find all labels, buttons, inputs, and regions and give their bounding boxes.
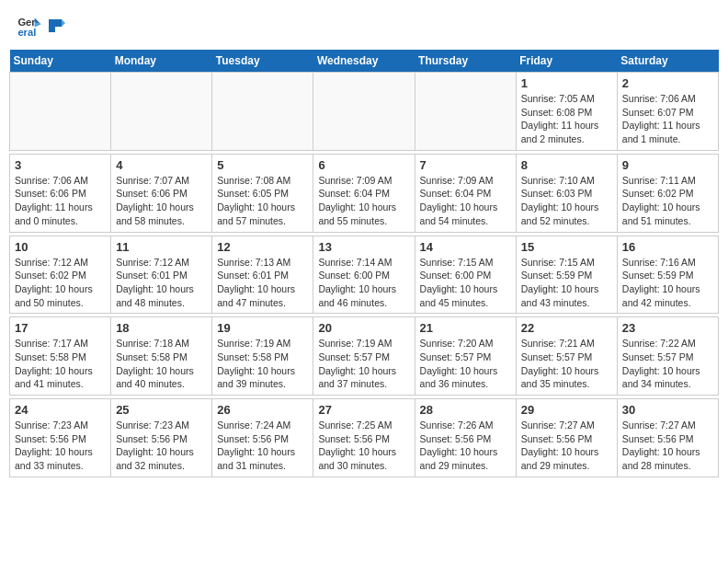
day-number: 13 bbox=[318, 240, 409, 254]
day-info: Sunrise: 7:25 AM Sunset: 5:56 PM Dayligh… bbox=[318, 419, 409, 473]
day-number: 27 bbox=[318, 403, 409, 417]
day-number: 3 bbox=[15, 158, 106, 172]
day-info: Sunrise: 7:10 AM Sunset: 6:03 PM Dayligh… bbox=[521, 174, 612, 228]
calendar-cell: 25Sunrise: 7:23 AM Sunset: 5:56 PM Dayli… bbox=[111, 399, 212, 477]
calendar-cell: 19Sunrise: 7:19 AM Sunset: 5:58 PM Dayli… bbox=[212, 317, 313, 396]
weekday-header-sunday: Sunday bbox=[10, 50, 111, 73]
svg-text:eral: eral bbox=[17, 27, 36, 38]
day-number: 5 bbox=[217, 158, 308, 172]
calendar-cell bbox=[10, 73, 111, 151]
day-number: 9 bbox=[622, 158, 713, 172]
day-info: Sunrise: 7:17 AM Sunset: 5:58 PM Dayligh… bbox=[15, 337, 106, 391]
calendar-cell: 26Sunrise: 7:24 AM Sunset: 5:56 PM Dayli… bbox=[212, 399, 313, 477]
calendar-cell: 22Sunrise: 7:21 AM Sunset: 5:57 PM Dayli… bbox=[516, 317, 617, 396]
day-info: Sunrise: 7:06 AM Sunset: 6:06 PM Dayligh… bbox=[15, 174, 106, 228]
calendar-cell: 8Sunrise: 7:10 AM Sunset: 6:03 PM Daylig… bbox=[516, 154, 617, 232]
calendar-week-5: 24Sunrise: 7:23 AM Sunset: 5:56 PM Dayli… bbox=[10, 399, 719, 477]
day-number: 19 bbox=[217, 321, 308, 335]
calendar-cell: 5Sunrise: 7:08 AM Sunset: 6:05 PM Daylig… bbox=[212, 154, 313, 232]
day-number: 30 bbox=[622, 403, 713, 417]
day-info: Sunrise: 7:11 AM Sunset: 6:02 PM Dayligh… bbox=[622, 174, 713, 228]
day-info: Sunrise: 7:18 AM Sunset: 5:58 PM Dayligh… bbox=[116, 337, 207, 391]
day-number: 7 bbox=[420, 158, 511, 172]
day-info: Sunrise: 7:13 AM Sunset: 6:01 PM Dayligh… bbox=[217, 256, 308, 310]
calendar-table: SundayMondayTuesdayWednesdayThursdayFrid… bbox=[9, 50, 719, 477]
day-info: Sunrise: 7:23 AM Sunset: 5:56 PM Dayligh… bbox=[15, 419, 106, 473]
calendar-cell: 13Sunrise: 7:14 AM Sunset: 6:00 PM Dayli… bbox=[313, 236, 415, 314]
calendar-cell: 3Sunrise: 7:06 AM Sunset: 6:06 PM Daylig… bbox=[10, 154, 111, 232]
weekday-header-saturday: Saturday bbox=[617, 50, 718, 73]
day-info: Sunrise: 7:23 AM Sunset: 5:56 PM Dayligh… bbox=[116, 419, 207, 473]
calendar-week-2: 3Sunrise: 7:06 AM Sunset: 6:06 PM Daylig… bbox=[10, 154, 719, 232]
day-info: Sunrise: 7:09 AM Sunset: 6:04 PM Dayligh… bbox=[318, 174, 409, 228]
calendar-cell: 29Sunrise: 7:27 AM Sunset: 5:56 PM Dayli… bbox=[516, 399, 617, 477]
logo: Gen eral bbox=[17, 13, 66, 39]
calendar-cell: 28Sunrise: 7:26 AM Sunset: 5:56 PM Dayli… bbox=[415, 399, 516, 477]
day-number: 23 bbox=[622, 321, 713, 335]
day-info: Sunrise: 7:08 AM Sunset: 6:05 PM Dayligh… bbox=[217, 174, 308, 228]
calendar-cell: 1Sunrise: 7:05 AM Sunset: 6:08 PM Daylig… bbox=[516, 73, 617, 151]
weekday-header-tuesday: Tuesday bbox=[212, 50, 313, 73]
day-number: 18 bbox=[116, 321, 207, 335]
day-info: Sunrise: 7:06 AM Sunset: 6:07 PM Dayligh… bbox=[622, 92, 713, 146]
calendar-cell: 7Sunrise: 7:09 AM Sunset: 6:04 PM Daylig… bbox=[415, 154, 516, 232]
calendar-cell: 2Sunrise: 7:06 AM Sunset: 6:07 PM Daylig… bbox=[617, 73, 718, 151]
day-info: Sunrise: 7:09 AM Sunset: 6:04 PM Dayligh… bbox=[420, 174, 511, 228]
day-info: Sunrise: 7:22 AM Sunset: 5:57 PM Dayligh… bbox=[622, 337, 713, 391]
day-info: Sunrise: 7:20 AM Sunset: 5:57 PM Dayligh… bbox=[420, 337, 511, 391]
day-number: 21 bbox=[420, 321, 511, 335]
calendar-cell: 30Sunrise: 7:27 AM Sunset: 5:56 PM Dayli… bbox=[617, 399, 718, 477]
day-info: Sunrise: 7:05 AM Sunset: 6:08 PM Dayligh… bbox=[521, 92, 612, 146]
logo-icon: Gen eral bbox=[17, 13, 42, 39]
calendar-cell: 15Sunrise: 7:15 AM Sunset: 5:59 PM Dayli… bbox=[516, 236, 617, 314]
day-info: Sunrise: 7:12 AM Sunset: 6:02 PM Dayligh… bbox=[15, 256, 106, 310]
calendar-cell: 21Sunrise: 7:20 AM Sunset: 5:57 PM Dayli… bbox=[415, 317, 516, 396]
calendar-cell: 10Sunrise: 7:12 AM Sunset: 6:02 PM Dayli… bbox=[10, 236, 111, 314]
day-number: 11 bbox=[116, 240, 207, 254]
calendar-cell: 16Sunrise: 7:16 AM Sunset: 5:59 PM Dayli… bbox=[617, 236, 718, 314]
calendar-week-1: 1Sunrise: 7:05 AM Sunset: 6:08 PM Daylig… bbox=[10, 73, 719, 151]
weekday-header-monday: Monday bbox=[111, 50, 212, 73]
day-info: Sunrise: 7:19 AM Sunset: 5:57 PM Dayligh… bbox=[318, 337, 409, 391]
day-number: 25 bbox=[116, 403, 207, 417]
weekday-header-wednesday: Wednesday bbox=[313, 50, 415, 73]
day-info: Sunrise: 7:27 AM Sunset: 5:56 PM Dayligh… bbox=[622, 419, 713, 473]
calendar-cell: 6Sunrise: 7:09 AM Sunset: 6:04 PM Daylig… bbox=[313, 154, 415, 232]
calendar-cell bbox=[111, 73, 212, 151]
day-info: Sunrise: 7:26 AM Sunset: 5:56 PM Dayligh… bbox=[420, 419, 511, 473]
day-number: 24 bbox=[15, 403, 106, 417]
day-info: Sunrise: 7:15 AM Sunset: 6:00 PM Dayligh… bbox=[420, 256, 511, 310]
calendar-cell: 18Sunrise: 7:18 AM Sunset: 5:58 PM Dayli… bbox=[111, 317, 212, 396]
calendar-cell: 20Sunrise: 7:19 AM Sunset: 5:57 PM Dayli… bbox=[313, 317, 415, 396]
day-number: 12 bbox=[217, 240, 308, 254]
calendar-cell bbox=[212, 73, 313, 151]
day-number: 15 bbox=[521, 240, 612, 254]
calendar-cell: 11Sunrise: 7:12 AM Sunset: 6:01 PM Dayli… bbox=[111, 236, 212, 314]
day-number: 8 bbox=[521, 158, 612, 172]
svg-marker-5 bbox=[62, 19, 65, 27]
weekday-header-friday: Friday bbox=[516, 50, 617, 73]
day-info: Sunrise: 7:27 AM Sunset: 5:56 PM Dayligh… bbox=[521, 419, 612, 473]
calendar-cell: 17Sunrise: 7:17 AM Sunset: 5:58 PM Dayli… bbox=[10, 317, 111, 396]
day-number: 4 bbox=[116, 158, 207, 172]
calendar-cell: 12Sunrise: 7:13 AM Sunset: 6:01 PM Dayli… bbox=[212, 236, 313, 314]
calendar-week-4: 17Sunrise: 7:17 AM Sunset: 5:58 PM Dayli… bbox=[10, 317, 719, 396]
calendar-cell bbox=[313, 73, 415, 151]
weekday-header-thursday: Thursday bbox=[415, 50, 516, 73]
calendar-cell: 23Sunrise: 7:22 AM Sunset: 5:57 PM Dayli… bbox=[617, 317, 718, 396]
logo-flag-icon bbox=[45, 16, 65, 36]
day-number: 14 bbox=[420, 240, 511, 254]
day-number: 2 bbox=[622, 76, 713, 90]
calendar-cell: 4Sunrise: 7:07 AM Sunset: 6:06 PM Daylig… bbox=[111, 154, 212, 232]
day-number: 20 bbox=[318, 321, 409, 335]
svg-marker-4 bbox=[49, 19, 62, 32]
page-header: Gen eral bbox=[9, 9, 719, 42]
day-number: 1 bbox=[521, 76, 612, 90]
day-info: Sunrise: 7:12 AM Sunset: 6:01 PM Dayligh… bbox=[116, 256, 207, 310]
calendar-cell bbox=[415, 73, 516, 151]
day-number: 6 bbox=[318, 158, 409, 172]
calendar-week-3: 10Sunrise: 7:12 AM Sunset: 6:02 PM Dayli… bbox=[10, 236, 719, 314]
day-info: Sunrise: 7:21 AM Sunset: 5:57 PM Dayligh… bbox=[521, 337, 612, 391]
day-info: Sunrise: 7:16 AM Sunset: 5:59 PM Dayligh… bbox=[622, 256, 713, 310]
calendar-cell: 14Sunrise: 7:15 AM Sunset: 6:00 PM Dayli… bbox=[415, 236, 516, 314]
